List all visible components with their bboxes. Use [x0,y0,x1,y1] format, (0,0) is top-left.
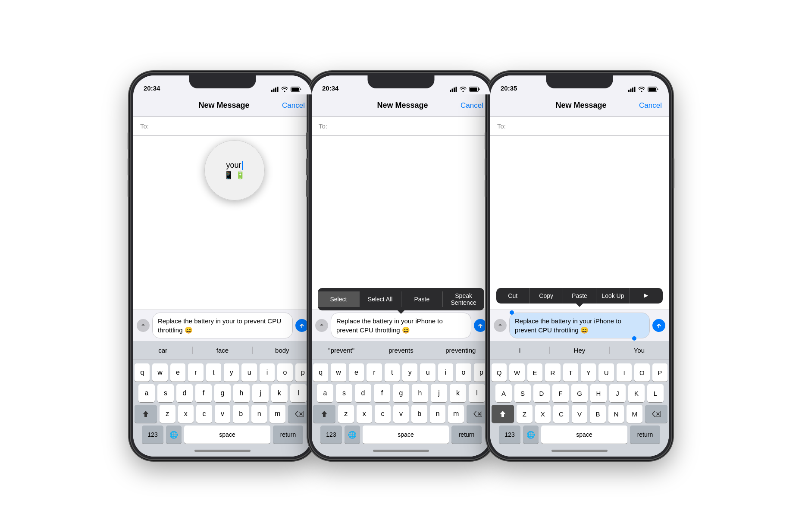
key3-U[interactable]: U [598,363,614,382]
key-z[interactable]: z [160,405,175,423]
key3-X[interactable]: X [535,405,551,423]
key2-f[interactable]: f [374,384,390,402]
key-v[interactable]: v [215,405,231,423]
emoji-key-2[interactable]: 🌐 [345,426,360,444]
key3-C[interactable]: C [553,405,569,423]
key3-Z[interactable]: Z [517,405,533,423]
key2-l[interactable]: l [469,384,485,402]
context-menu-copy[interactable]: Copy [529,288,563,304]
cancel-button-3[interactable]: Cancel [639,101,662,110]
key-q[interactable]: q [135,363,150,382]
key-t[interactable]: t [206,363,221,382]
pred-item-3-2[interactable]: You [610,347,669,354]
shift-key-1[interactable] [135,405,157,423]
delete-key-2[interactable] [467,405,489,423]
key-d[interactable]: d [176,384,193,402]
key3-Q[interactable]: Q [492,363,507,382]
pred-item-1-2[interactable]: body [253,347,312,354]
key3-F[interactable]: F [552,384,569,402]
key3-P[interactable]: P [652,363,667,382]
return-key-3[interactable]: return [630,426,660,444]
key3-O[interactable]: O [634,363,649,382]
expand-button-3[interactable] [494,319,507,332]
emoji-key-1[interactable]: 🌐 [166,426,182,444]
key-y[interactable]: y [224,363,239,382]
key3-E[interactable]: E [527,363,542,382]
context-menu-speak[interactable]: Speak Sentence [443,288,484,310]
key2-a[interactable]: a [317,384,333,402]
key3-I[interactable]: I [617,363,632,382]
to-field-3[interactable]: To: [490,117,669,136]
send-button-1[interactable] [295,319,308,332]
key3-R[interactable]: R [545,363,560,382]
key3-W[interactable]: W [509,363,524,382]
key3-L[interactable]: L [647,384,664,402]
context-menu-more[interactable]: ▶ [630,288,663,303]
delete-key-1[interactable] [288,405,310,423]
send-button-3[interactable] [652,319,665,332]
cancel-button-1[interactable]: Cancel [282,101,305,110]
key-a[interactable]: a [138,384,155,402]
pred-item-3-1[interactable]: Hey [550,347,609,354]
key-h[interactable]: h [233,384,250,402]
context-menu-paste-2[interactable]: Paste [401,291,443,307]
key-w[interactable]: w [152,363,167,382]
pred-item-2-2[interactable]: preventing [431,347,490,354]
return-key-1[interactable]: return [273,426,303,444]
key3-S[interactable]: S [514,384,531,402]
num-key-2[interactable]: 123 [320,426,342,444]
key-m[interactable]: m [269,405,285,423]
key3-K[interactable]: K [628,384,645,402]
key2-i[interactable]: i [438,363,453,382]
key2-v[interactable]: v [393,405,409,423]
key-i[interactable]: i [260,363,275,382]
space-key-2[interactable]: space [363,426,449,444]
to-field-2[interactable]: To: [312,117,490,136]
key2-h[interactable]: h [412,384,428,402]
key2-r[interactable]: r [367,363,382,382]
key-r[interactable]: r [188,363,203,382]
key2-b[interactable]: b [411,405,427,423]
delete-key-3[interactable] [645,405,667,423]
num-key-3[interactable]: 123 [499,426,520,444]
key2-e[interactable]: e [349,363,364,382]
key2-n[interactable]: n [430,405,446,423]
key-b[interactable]: b [233,405,249,423]
key2-o[interactable]: o [456,363,471,382]
key2-j[interactable]: j [431,384,447,402]
cancel-button-2[interactable]: Cancel [461,101,483,110]
input-bubble-2[interactable]: Replace the battery in your iPhone to pr… [331,313,471,338]
key-l[interactable]: l [290,384,307,402]
pred-item-2-0[interactable]: "prevent" [312,347,371,354]
context-menu-lookup[interactable]: Look Up [596,288,630,304]
to-field-1[interactable]: To: [133,117,312,136]
key2-t[interactable]: t [385,363,400,382]
pred-item-3-0[interactable]: I [490,347,550,354]
num-key-1[interactable]: 123 [142,426,163,444]
context-menu-select[interactable]: Select [318,291,360,307]
key-f[interactable]: f [195,384,212,402]
input-bubble-1[interactable]: Replace the battery in your to prevent C… [152,313,293,338]
key2-s[interactable]: s [336,384,352,402]
key3-Y[interactable]: Y [581,363,596,382]
shift-key-3[interactable] [492,405,514,423]
key-x[interactable]: x [178,405,194,423]
pred-item-1-0[interactable]: car [133,347,193,354]
key-c[interactable]: c [196,405,212,423]
emoji-key-3[interactable]: 🌐 [523,426,539,444]
key2-y[interactable]: y [402,363,417,382]
key-j[interactable]: j [252,384,269,402]
key3-B[interactable]: B [590,405,606,423]
context-menu-cut[interactable]: Cut [496,288,529,304]
key-k[interactable]: k [271,384,288,402]
key-n[interactable]: n [251,405,267,423]
key3-N[interactable]: N [608,405,624,423]
return-key-2[interactable]: return [451,426,482,444]
key3-T[interactable]: T [563,363,578,382]
pred-item-1-1[interactable]: face [193,347,252,354]
key-s[interactable]: s [157,384,174,402]
space-key-3[interactable]: space [541,426,627,444]
key-o[interactable]: o [277,363,292,382]
expand-button-1[interactable] [137,319,150,332]
key2-d[interactable]: d [355,384,371,402]
